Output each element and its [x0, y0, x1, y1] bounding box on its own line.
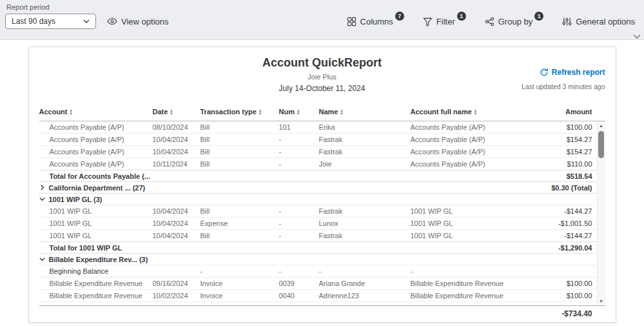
cell-date: 08/10/2024 [153, 123, 200, 131]
column-header-account[interactable]: Account▴▾ [39, 108, 153, 116]
table-header: Account▴▾Date▴▾Transaction type▴▾Num▴▾Na… [39, 102, 605, 121]
column-header-transaction-type[interactable]: Transaction type▴▾ [200, 108, 279, 116]
group-by-label: Group by [498, 17, 532, 26]
column-header-amount: Amount [531, 108, 596, 116]
table-row-data[interactable]: 1001 WIP GL10/04/2024Bill-Fastrak1001 WI… [39, 230, 596, 242]
cell-account-full-name: Billable Expenditure Revenue [411, 292, 531, 300]
scrollbar-up-arrow-icon[interactable]: ▲ [598, 121, 605, 130]
cell-amount[interactable]: $100.00 [531, 123, 596, 131]
cell-total-label: Total for Accounts Payable (... [39, 172, 321, 180]
column-header-num[interactable]: Num▴▾ [279, 108, 319, 116]
table-row-data[interactable]: Accounts Payable (A/P)10/04/2024Bill-Fas… [39, 146, 596, 158]
table-row-beginning: Beginning Balance---- [39, 265, 596, 278]
cell-amount[interactable]: $154.27 [531, 148, 596, 156]
general-options-button[interactable]: General options [562, 15, 635, 26]
cell-amount[interactable]: $100.00 [531, 292, 596, 300]
columns-button[interactable]: Columns 7 [347, 15, 406, 26]
cell-total-label: Total for 1001 WIP GL [39, 244, 321, 252]
cell-date: 10/11/2024 [153, 160, 200, 168]
cell-account-full-name: 1001 WIP GL [411, 207, 531, 215]
cell-transaction-type: - [200, 267, 279, 275]
cell-amount[interactable]: $100.00 [531, 280, 596, 287]
table-row-data[interactable]: Accounts Payable (A/P)10/04/2024Bill-Fas… [39, 134, 596, 146]
cell-total-amount: $518.54 [321, 172, 596, 180]
cell-amount[interactable]: -$144.27 [531, 207, 596, 215]
report-period-dropdown[interactable]: Last 90 days [5, 14, 96, 29]
scrollbar-down-arrow-icon[interactable]: ▼ [598, 297, 605, 305]
view-options-button[interactable]: View options [107, 16, 168, 26]
cell-account-full-name: Billable Expenditure Revenue [411, 280, 531, 287]
cell-date: 10/04/2024 [153, 136, 200, 143]
table-row-group-collapsed[interactable]: California Department ... (27)$0.30 (Tot… [39, 181, 596, 194]
cell-transaction-type: Bill [200, 160, 279, 168]
cell-amount[interactable]: -$1,001.50 [531, 219, 596, 227]
table-row-data[interactable]: Billable Expenditure Revenue09/16/2024In… [39, 278, 596, 290]
cell-account: Accounts Payable (A/P) [39, 123, 153, 131]
column-header-name[interactable]: Name▴▾ [319, 108, 411, 116]
table-row-data[interactable]: 1001 WIP GL10/04/2024Bill-Fastrak1001 WI… [39, 205, 596, 218]
table-row-data[interactable]: Billable Expenditure Revenue10/02/2024In… [39, 290, 596, 302]
cell-account: 1001 WIP GL [39, 207, 153, 215]
cell-account: Accounts Payable (A/P) [39, 148, 153, 156]
refresh-report-link[interactable]: Refresh report [540, 68, 605, 77]
cell-account-full-name: Accounts Payable (A/P) [411, 160, 531, 168]
cell-amount[interactable]: $110.00 [531, 160, 596, 168]
cell-name: Fastrak [319, 232, 411, 239]
cell-num: 101 [279, 123, 319, 131]
cell-amount[interactable]: $154.27 [531, 136, 596, 143]
cell-transaction-type: Expense [200, 219, 279, 227]
cell-num: - [279, 219, 319, 227]
filter-badge: 1 [457, 12, 466, 21]
cell-account-full-name: - [411, 267, 531, 275]
cell-name: Fastrak [319, 148, 411, 156]
sort-icon: ▴▾ [474, 108, 476, 115]
cell-group-label: California Department ... (27) [39, 184, 316, 192]
table-row-group-expanded[interactable]: 1001 WIP GL (3) [39, 193, 596, 205]
chevron-right-icon[interactable] [39, 185, 49, 190]
table-row-data[interactable]: 1001 WIP GL10/04/2024Expense-Lunox1001 W… [39, 218, 596, 230]
table-row-data[interactable]: Accounts Payable (A/P)10/11/2024Bill-Joi… [39, 158, 596, 170]
chevron-down-icon[interactable] [39, 256, 49, 262]
table-scrollbar[interactable]: ▲ ▼ [597, 121, 605, 305]
cell-account: Billable Expenditure Revenue [39, 280, 153, 287]
eye-icon [107, 16, 117, 26]
cell-account-full-name: 1001 WIP GL [411, 232, 531, 239]
columns-badge: 7 [395, 12, 404, 21]
sort-icon: ▴▾ [340, 108, 342, 115]
cell-num: - [279, 160, 319, 168]
cell-transaction-type: Invoice [200, 280, 279, 287]
column-header-date[interactable]: Date▴▾ [153, 108, 200, 116]
cell-date: 10/02/2024 [153, 292, 200, 300]
cell-num: 0039 [279, 280, 319, 287]
group-by-button[interactable]: Group by 1 [485, 15, 545, 26]
cell-group-label: Billable Expenditure Rev... (3) [39, 256, 316, 263]
cell-name: Lunox [319, 219, 411, 227]
column-header-account-full-name[interactable]: Account full name▴▾ [411, 108, 531, 116]
chevron-down-icon[interactable] [39, 196, 49, 202]
group-by-badge: 1 [534, 12, 543, 21]
table-row-data[interactable]: Accounts Payable (A/P)08/10/2024Bill101E… [39, 121, 596, 134]
filter-button[interactable]: Filter 1 [423, 15, 468, 26]
scrollbar-thumb[interactable] [598, 131, 604, 158]
cell-date: 10/04/2024 [153, 207, 200, 215]
cell-amount[interactable]: -$144.27 [531, 232, 596, 239]
cell-name: - [319, 267, 411, 275]
table-row-total: Total for Accounts Payable (...$518.54 [39, 170, 596, 182]
cell-total-amount: -$1,290.04 [321, 244, 596, 252]
cell-account: Accounts Payable (A/P) [39, 160, 153, 168]
report-period-label: Report period [6, 3, 50, 11]
view-options-label: View options [121, 17, 168, 26]
cell-transaction-type: Bill [200, 232, 279, 239]
cell-name: Fastrak [319, 136, 411, 143]
cell-num: - [279, 148, 319, 156]
table-row-group-expanded[interactable]: Billable Expenditure Rev... (3) [39, 253, 596, 265]
cell-num: - [279, 207, 319, 215]
cell-account: 1001 WIP GL [39, 219, 153, 227]
grand-total-row: -$734.40 [39, 305, 605, 322]
collapse-toolbar-chevron-icon[interactable] [633, 34, 641, 39]
cell-transaction-type: Invoice [200, 292, 279, 300]
filter-icon [423, 17, 433, 26]
cell-account: Accounts Payable (A/P) [39, 136, 153, 143]
cell-account: 1001 WIP GL [39, 232, 153, 239]
filter-label: Filter [436, 17, 455, 26]
